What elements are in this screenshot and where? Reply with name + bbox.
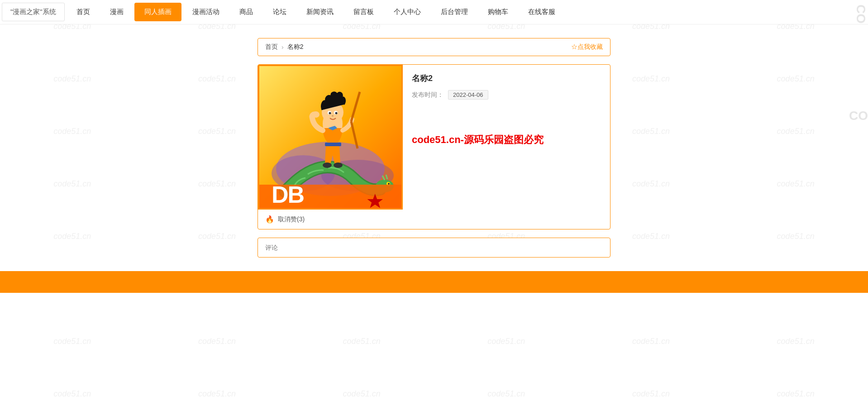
nav-item-guestbook[interactable]: 留言板 [343,0,384,24]
nav-item-home[interactable]: 首页 [67,0,100,24]
manga-illustration: DB [258,65,403,210]
nav-item-cart[interactable]: 购物车 [478,0,518,24]
comment-input[interactable] [265,244,603,251]
detail-watermark-text: code51.cn-源码乐园盗图必究 [412,133,601,147]
nav-item-service[interactable]: 在线客服 [518,0,565,24]
nav-item-admin[interactable]: 后台管理 [431,0,478,24]
co-watermark-bottom-right: CO [849,109,868,123]
footer-bar [0,271,868,293]
detail-right: 名称2 发布时间： 2022-04-06 code51.cn-源码乐园盗图必究 [403,65,610,229]
svg-point-6 [388,183,390,185]
svg-point-21 [334,162,343,168]
detail-card: DB 🔥 取消赞(3) 名称2 发布时间： 2022-04-06 [258,64,610,229]
publish-date: 2022-04-06 [448,90,488,100]
favorite-button[interactable]: ☆点我收藏 [571,43,603,51]
svg-point-15 [332,115,334,117]
nav-item-manga[interactable]: 漫画 [100,0,134,24]
main-nav: "漫画之家"系统 首页 漫画 同人插画 漫画活动 商品 论坛 新闻资讯 留言板 … [0,0,868,24]
like-label: 取消赞(3) [278,215,305,224]
svg-point-20 [323,162,332,168]
nav-item-forum[interactable]: 论坛 [263,0,296,24]
like-icon: 🔥 [265,215,274,224]
svg-point-14 [335,112,338,115]
nav-items: 首页 漫画 同人插画 漫画活动 商品 论坛 新闻资讯 留言板 个人中心 后台管理… [67,0,868,24]
comment-bar [258,238,610,258]
breadcrumb-home[interactable]: 首页 [265,43,278,51]
nav-item-profile[interactable]: 个人中心 [384,0,431,24]
svg-text:DB: DB [272,181,304,208]
breadcrumb-bar: 首页 › 名称2 ☆点我收藏 [258,38,610,56]
nav-item-news[interactable]: 新闻资讯 [296,0,343,24]
publish-label: 发布时间： [412,91,444,99]
svg-rect-19 [325,143,341,146]
breadcrumb-left: 首页 › 名称2 [265,43,303,51]
nav-item-shop[interactable]: 商品 [229,0,263,24]
nav-item-activity[interactable]: 漫画活动 [182,0,229,24]
nav-brand: "漫画之家"系统 [2,3,65,21]
breadcrumb-current: 名称2 [287,43,304,51]
detail-title: 名称2 [412,73,601,84]
detail-image: DB [258,65,403,210]
main-content: 首页 › 名称2 ☆点我收藏 [248,38,620,258]
detail-left: DB 🔥 取消赞(3) [258,65,403,229]
nav-item-doujin[interactable]: 同人插画 [134,3,181,21]
detail-meta: 发布时间： 2022-04-06 [412,90,601,100]
like-bar[interactable]: 🔥 取消赞(3) [258,210,403,229]
breadcrumb-separator: › [281,43,284,51]
svg-point-13 [329,112,331,115]
svg-point-16 [312,111,320,118]
